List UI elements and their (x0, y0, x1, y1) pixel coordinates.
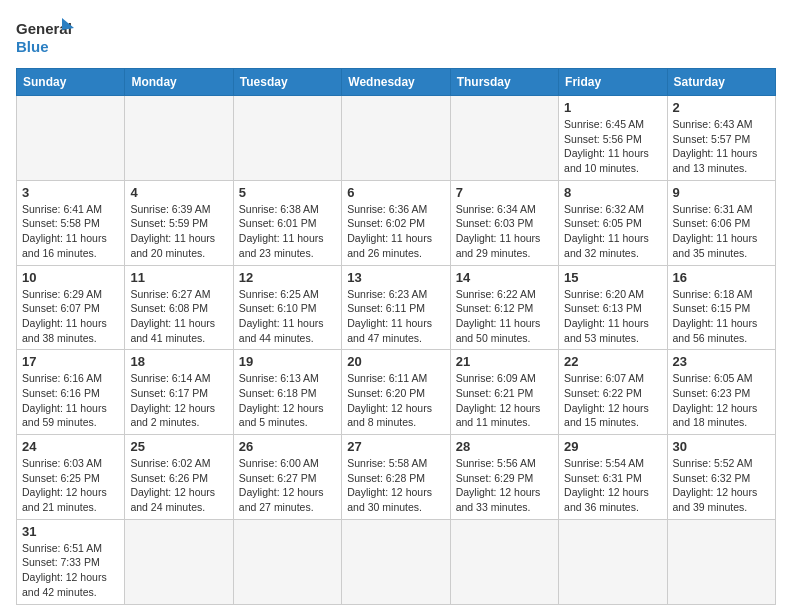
day-info: Sunrise: 6:29 AM Sunset: 6:07 PM Dayligh… (22, 287, 119, 346)
day-info: Sunrise: 6:22 AM Sunset: 6:12 PM Dayligh… (456, 287, 553, 346)
calendar-cell: 12Sunrise: 6:25 AM Sunset: 6:10 PM Dayli… (233, 265, 341, 350)
day-number: 12 (239, 270, 336, 285)
week-row-3: 10Sunrise: 6:29 AM Sunset: 6:07 PM Dayli… (17, 265, 776, 350)
calendar-cell: 27Sunrise: 5:58 AM Sunset: 6:28 PM Dayli… (342, 435, 450, 520)
calendar-cell (559, 519, 667, 604)
week-row-5: 24Sunrise: 6:03 AM Sunset: 6:25 PM Dayli… (17, 435, 776, 520)
weekday-header-tuesday: Tuesday (233, 69, 341, 96)
calendar-cell: 15Sunrise: 6:20 AM Sunset: 6:13 PM Dayli… (559, 265, 667, 350)
calendar-cell: 5Sunrise: 6:38 AM Sunset: 6:01 PM Daylig… (233, 180, 341, 265)
day-info: Sunrise: 6:02 AM Sunset: 6:26 PM Dayligh… (130, 456, 227, 515)
day-number: 24 (22, 439, 119, 454)
day-number: 2 (673, 100, 770, 115)
calendar-cell: 25Sunrise: 6:02 AM Sunset: 6:26 PM Dayli… (125, 435, 233, 520)
day-number: 10 (22, 270, 119, 285)
day-info: Sunrise: 6:25 AM Sunset: 6:10 PM Dayligh… (239, 287, 336, 346)
calendar-cell (667, 519, 775, 604)
day-number: 15 (564, 270, 661, 285)
weekday-header-thursday: Thursday (450, 69, 558, 96)
day-info: Sunrise: 6:13 AM Sunset: 6:18 PM Dayligh… (239, 371, 336, 430)
day-number: 13 (347, 270, 444, 285)
calendar-cell: 1Sunrise: 6:45 AM Sunset: 5:56 PM Daylig… (559, 96, 667, 181)
week-row-1: 1Sunrise: 6:45 AM Sunset: 5:56 PM Daylig… (17, 96, 776, 181)
calendar-cell: 6Sunrise: 6:36 AM Sunset: 6:02 PM Daylig… (342, 180, 450, 265)
day-number: 16 (673, 270, 770, 285)
calendar-cell: 11Sunrise: 6:27 AM Sunset: 6:08 PM Dayli… (125, 265, 233, 350)
calendar-cell: 28Sunrise: 5:56 AM Sunset: 6:29 PM Dayli… (450, 435, 558, 520)
weekday-header-row: SundayMondayTuesdayWednesdayThursdayFrid… (17, 69, 776, 96)
day-info: Sunrise: 6:45 AM Sunset: 5:56 PM Dayligh… (564, 117, 661, 176)
calendar-cell: 8Sunrise: 6:32 AM Sunset: 6:05 PM Daylig… (559, 180, 667, 265)
day-info: Sunrise: 6:51 AM Sunset: 7:33 PM Dayligh… (22, 541, 119, 600)
day-info: Sunrise: 6:14 AM Sunset: 6:17 PM Dayligh… (130, 371, 227, 430)
day-number: 23 (673, 354, 770, 369)
day-info: Sunrise: 6:07 AM Sunset: 6:22 PM Dayligh… (564, 371, 661, 430)
day-info: Sunrise: 5:52 AM Sunset: 6:32 PM Dayligh… (673, 456, 770, 515)
day-info: Sunrise: 6:05 AM Sunset: 6:23 PM Dayligh… (673, 371, 770, 430)
day-info: Sunrise: 5:56 AM Sunset: 6:29 PM Dayligh… (456, 456, 553, 515)
calendar-cell: 3Sunrise: 6:41 AM Sunset: 5:58 PM Daylig… (17, 180, 125, 265)
day-info: Sunrise: 6:27 AM Sunset: 6:08 PM Dayligh… (130, 287, 227, 346)
day-number: 21 (456, 354, 553, 369)
calendar-cell (17, 96, 125, 181)
day-number: 17 (22, 354, 119, 369)
day-info: Sunrise: 6:31 AM Sunset: 6:06 PM Dayligh… (673, 202, 770, 261)
logo: General Blue (16, 16, 76, 60)
day-number: 4 (130, 185, 227, 200)
day-number: 26 (239, 439, 336, 454)
day-number: 6 (347, 185, 444, 200)
day-info: Sunrise: 6:43 AM Sunset: 5:57 PM Dayligh… (673, 117, 770, 176)
calendar-cell: 19Sunrise: 6:13 AM Sunset: 6:18 PM Dayli… (233, 350, 341, 435)
day-number: 9 (673, 185, 770, 200)
day-info: Sunrise: 5:54 AM Sunset: 6:31 PM Dayligh… (564, 456, 661, 515)
day-number: 8 (564, 185, 661, 200)
svg-text:Blue: Blue (16, 38, 49, 55)
day-number: 27 (347, 439, 444, 454)
day-number: 22 (564, 354, 661, 369)
calendar-cell: 17Sunrise: 6:16 AM Sunset: 6:16 PM Dayli… (17, 350, 125, 435)
day-info: Sunrise: 6:03 AM Sunset: 6:25 PM Dayligh… (22, 456, 119, 515)
weekday-header-wednesday: Wednesday (342, 69, 450, 96)
day-info: Sunrise: 6:20 AM Sunset: 6:13 PM Dayligh… (564, 287, 661, 346)
weekday-header-monday: Monday (125, 69, 233, 96)
day-info: Sunrise: 6:41 AM Sunset: 5:58 PM Dayligh… (22, 202, 119, 261)
day-info: Sunrise: 6:11 AM Sunset: 6:20 PM Dayligh… (347, 371, 444, 430)
weekday-header-friday: Friday (559, 69, 667, 96)
day-number: 31 (22, 524, 119, 539)
day-info: Sunrise: 6:38 AM Sunset: 6:01 PM Dayligh… (239, 202, 336, 261)
week-row-2: 3Sunrise: 6:41 AM Sunset: 5:58 PM Daylig… (17, 180, 776, 265)
day-info: Sunrise: 6:39 AM Sunset: 5:59 PM Dayligh… (130, 202, 227, 261)
weekday-header-sunday: Sunday (17, 69, 125, 96)
day-info: Sunrise: 6:36 AM Sunset: 6:02 PM Dayligh… (347, 202, 444, 261)
calendar-cell: 18Sunrise: 6:14 AM Sunset: 6:17 PM Dayli… (125, 350, 233, 435)
week-row-6: 31Sunrise: 6:51 AM Sunset: 7:33 PM Dayli… (17, 519, 776, 604)
page-header: General Blue (16, 16, 776, 60)
calendar-cell: 31Sunrise: 6:51 AM Sunset: 7:33 PM Dayli… (17, 519, 125, 604)
calendar-cell: 4Sunrise: 6:39 AM Sunset: 5:59 PM Daylig… (125, 180, 233, 265)
day-number: 3 (22, 185, 119, 200)
day-info: Sunrise: 6:34 AM Sunset: 6:03 PM Dayligh… (456, 202, 553, 261)
calendar-cell: 2Sunrise: 6:43 AM Sunset: 5:57 PM Daylig… (667, 96, 775, 181)
calendar-cell: 10Sunrise: 6:29 AM Sunset: 6:07 PM Dayli… (17, 265, 125, 350)
calendar-cell: 26Sunrise: 6:00 AM Sunset: 6:27 PM Dayli… (233, 435, 341, 520)
calendar-cell (342, 519, 450, 604)
day-number: 29 (564, 439, 661, 454)
calendar-cell: 23Sunrise: 6:05 AM Sunset: 6:23 PM Dayli… (667, 350, 775, 435)
day-info: Sunrise: 6:16 AM Sunset: 6:16 PM Dayligh… (22, 371, 119, 430)
calendar-cell: 30Sunrise: 5:52 AM Sunset: 6:32 PM Dayli… (667, 435, 775, 520)
calendar-cell: 7Sunrise: 6:34 AM Sunset: 6:03 PM Daylig… (450, 180, 558, 265)
calendar-cell: 16Sunrise: 6:18 AM Sunset: 6:15 PM Dayli… (667, 265, 775, 350)
day-number: 20 (347, 354, 444, 369)
day-info: Sunrise: 6:18 AM Sunset: 6:15 PM Dayligh… (673, 287, 770, 346)
calendar-cell: 21Sunrise: 6:09 AM Sunset: 6:21 PM Dayli… (450, 350, 558, 435)
calendar-cell (233, 519, 341, 604)
calendar-cell: 29Sunrise: 5:54 AM Sunset: 6:31 PM Dayli… (559, 435, 667, 520)
calendar-table: SundayMondayTuesdayWednesdayThursdayFrid… (16, 68, 776, 605)
calendar-cell (450, 96, 558, 181)
calendar-cell: 22Sunrise: 6:07 AM Sunset: 6:22 PM Dayli… (559, 350, 667, 435)
calendar-cell (342, 96, 450, 181)
day-info: Sunrise: 6:23 AM Sunset: 6:11 PM Dayligh… (347, 287, 444, 346)
calendar-cell: 9Sunrise: 6:31 AM Sunset: 6:06 PM Daylig… (667, 180, 775, 265)
day-number: 19 (239, 354, 336, 369)
day-info: Sunrise: 5:58 AM Sunset: 6:28 PM Dayligh… (347, 456, 444, 515)
